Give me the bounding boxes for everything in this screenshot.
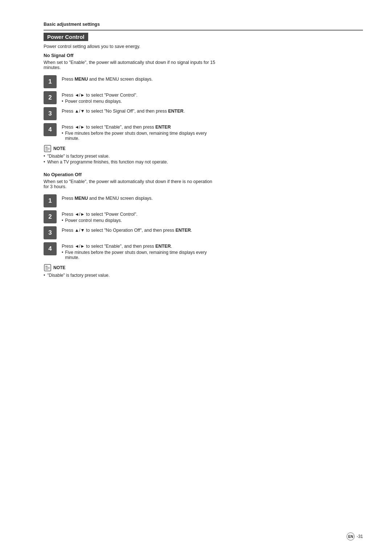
note-bullet: "Disable" is factory preset value. xyxy=(44,154,363,159)
no-operation-off-steps: 1 Press MENU and the MENU screen display… xyxy=(44,194,363,260)
no-operation-off-title: No Operation Off xyxy=(44,172,363,177)
step-badge-2: 2 xyxy=(44,91,57,104)
note-icon xyxy=(44,264,52,272)
step-content-4: Press ◄/► to select "Enable", and then p… xyxy=(62,123,221,141)
page-number-text: -31 xyxy=(357,534,363,539)
svg-rect-5 xyxy=(44,264,51,271)
step-content-3: Press ▲/▼ to select "No Operation Off", … xyxy=(62,226,192,233)
step-row: 3 Press ▲/▼ to select "No Operation Off"… xyxy=(44,226,363,239)
no-signal-off-note: NOTE "Disable" is factory preset value. … xyxy=(44,145,363,165)
step-badge-1: 1 xyxy=(44,75,57,88)
note-bullet: "Disable" is factory preset value. xyxy=(44,273,363,278)
step-row: 4 Press ◄/► to select "Enable", and then… xyxy=(44,242,363,260)
step-row: 1 Press MENU and the MENU screen display… xyxy=(44,75,363,88)
step-badge-1: 1 xyxy=(44,194,57,207)
step-badge-4: 4 xyxy=(44,242,57,255)
no-signal-off-steps: 1 Press MENU and the MENU screen display… xyxy=(44,75,363,141)
no-operation-off-desc: When set to "Enable", the power will aut… xyxy=(44,179,218,189)
step-content-1: Press MENU and the MENU screen displays. xyxy=(62,75,153,82)
step-badge-3: 3 xyxy=(44,226,57,239)
step-badge-2: 2 xyxy=(44,210,57,223)
step-bullet: Five minutes before the power shuts down… xyxy=(62,250,221,260)
step-row: 2 Press ◄/► to select "Power Control". P… xyxy=(44,91,363,104)
no-signal-off-section: No Signal Off When set to "Enable", the … xyxy=(44,53,363,165)
step-content-3: Press ▲/▼ to select "No Signal Off", and… xyxy=(62,107,185,114)
step-row: 3 Press ▲/▼ to select "No Signal Off", a… xyxy=(44,107,363,120)
svg-rect-0 xyxy=(44,145,51,152)
no-operation-off-section: No Operation Off When set to "Enable", t… xyxy=(44,172,363,278)
note-header-row: NOTE xyxy=(44,145,363,153)
note-header-row: NOTE xyxy=(44,264,363,272)
no-signal-off-title: No Signal Off xyxy=(44,53,363,58)
step-row: 4 Press ◄/► to select "Enable", and then… xyxy=(44,123,363,141)
note-icon xyxy=(44,145,52,153)
section-header: Basic adjustment settings xyxy=(44,22,363,27)
step-content-1: Press MENU and the MENU screen displays. xyxy=(62,194,153,201)
note-bullet: When a TV programme finishes, this funct… xyxy=(44,159,363,165)
step-row: 1 Press MENU and the MENU screen display… xyxy=(44,194,363,207)
note-label: NOTE xyxy=(53,264,65,272)
page: Basic adjustment settings Power Control … xyxy=(0,0,392,555)
step-badge-4: 4 xyxy=(44,123,57,136)
step-content-4: Press ◄/► to select "Enable", and then p… xyxy=(62,242,221,260)
intro-text: Power control setting allows you to save… xyxy=(44,44,363,49)
step-content-2: Press ◄/► to select "Power Control". Pow… xyxy=(62,210,138,223)
step-badge-3: 3 xyxy=(44,107,57,120)
page-number: EN -31 xyxy=(347,532,363,540)
step-bullet: Power control menu displays. xyxy=(62,99,138,104)
note-label: NOTE xyxy=(53,145,65,153)
note-bullets: "Disable" is factory preset value. When … xyxy=(44,154,363,165)
step-row: 2 Press ◄/► to select "Power Control". P… xyxy=(44,210,363,223)
step-content-2: Press ◄/► to select "Power Control". Pow… xyxy=(62,91,138,104)
page-title: Power Control xyxy=(44,33,88,41)
step-bullet: Five minutes before the power shuts down… xyxy=(62,131,221,141)
no-signal-off-desc: When set to "Enable", the power will aut… xyxy=(44,60,218,70)
en-badge: EN xyxy=(347,532,355,540)
step-bullet: Power control menu displays. xyxy=(62,218,138,223)
no-operation-off-note: NOTE "Disable" is factory preset value. xyxy=(44,264,363,278)
note-bullets: "Disable" is factory preset value. xyxy=(44,273,363,278)
top-rule xyxy=(44,30,363,31)
